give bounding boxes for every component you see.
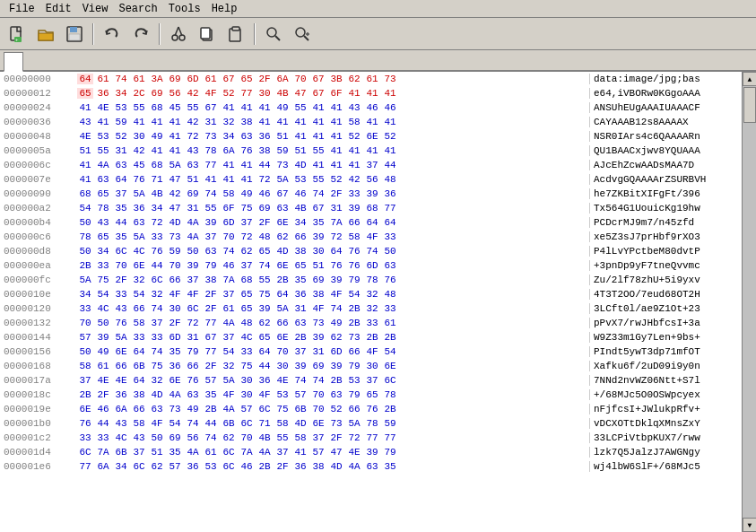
hex-byte[interactable]: 2B	[364, 332, 380, 343]
hex-byte[interactable]: 33	[95, 260, 111, 271]
hex-byte[interactable]: 66	[346, 346, 362, 357]
hex-byte[interactable]: 4E	[95, 102, 111, 113]
hex-byte[interactable]: 74	[203, 188, 219, 199]
hex-byte[interactable]: 42	[346, 174, 362, 185]
open-button[interactable]	[32, 22, 59, 47]
hex-byte[interactable]: 63	[185, 160, 201, 170]
hex-byte[interactable]: 66	[167, 275, 183, 285]
hex-byte[interactable]: 63	[328, 389, 344, 400]
menu-file[interactable]: File	[4, 1, 40, 17]
table-row[interactable]: 000000a254783536344731556F7569634B673139…	[0, 201, 742, 215]
hex-byte[interactable]: 57	[292, 389, 308, 400]
table-row[interactable]: 0000015650496E64743579775433647037316D66…	[0, 344, 742, 359]
hex-byte[interactable]: 55	[131, 102, 147, 113]
hex-byte[interactable]: 4A	[185, 231, 201, 242]
hex-byte[interactable]: 38	[310, 461, 326, 472]
hex-byte[interactable]: 6C	[221, 447, 237, 458]
hex-byte[interactable]: 4F	[203, 88, 219, 99]
hex-byte[interactable]: 51	[185, 174, 201, 185]
hex-byte[interactable]: 6D	[328, 346, 344, 357]
hex-byte[interactable]: 70	[239, 432, 255, 443]
hex-byte[interactable]: 63	[185, 389, 201, 400]
hex-byte[interactable]: 64	[131, 346, 147, 357]
menu-tools[interactable]: Tools	[163, 1, 206, 17]
hex-byte[interactable]: 65	[364, 389, 380, 400]
hex-byte[interactable]: 54	[221, 346, 237, 357]
hex-byte[interactable]: 50	[185, 246, 201, 257]
hex-byte[interactable]: 30	[274, 361, 291, 371]
hex-byte[interactable]: 32	[131, 275, 147, 285]
hex-byte[interactable]: 49	[328, 318, 344, 328]
hex-byte[interactable]: 37	[364, 160, 380, 170]
hex-byte[interactable]: 56	[167, 88, 183, 99]
hex-byte[interactable]: 77	[364, 432, 380, 443]
hex-byte[interactable]: 55	[274, 432, 291, 443]
hex-byte[interactable]: 4F	[364, 346, 380, 357]
hex-byte[interactable]: 4B	[149, 188, 165, 199]
hex-byte[interactable]: 75	[95, 275, 111, 285]
hex-byte[interactable]: 41	[149, 117, 165, 127]
menu-help[interactable]: Help	[206, 1, 243, 17]
hex-byte[interactable]: 52	[221, 88, 237, 99]
table-row[interactable]: 000000fc5A752F326C6637387A68552B35693979…	[0, 273, 742, 287]
hex-byte[interactable]: 62	[274, 231, 291, 242]
menu-view[interactable]: View	[77, 1, 114, 17]
hex-byte[interactable]: 77	[203, 346, 219, 357]
hex-byte[interactable]: 67	[203, 332, 219, 343]
hex-byte[interactable]: 64	[113, 174, 129, 185]
hex-byte[interactable]: 6E	[113, 346, 129, 357]
hex-byte[interactable]: 6B	[292, 404, 308, 414]
hex-byte[interactable]: 78	[77, 231, 93, 242]
hex-byte[interactable]: 69	[167, 432, 183, 443]
hex-byte[interactable]: 2F	[203, 289, 219, 300]
hex-byte[interactable]: 30	[131, 131, 147, 142]
hex-byte[interactable]: 63	[239, 131, 255, 142]
hex-byte[interactable]: 79	[346, 275, 362, 285]
hex-byte[interactable]: 41	[382, 88, 398, 99]
hex-byte[interactable]: 30	[310, 246, 326, 257]
hex-byte[interactable]: 54	[131, 289, 147, 300]
hex-byte[interactable]: 2B	[203, 404, 219, 414]
hex-byte[interactable]: 65	[292, 260, 308, 271]
hex-byte[interactable]: 4E	[274, 375, 291, 386]
hex-byte[interactable]: 41	[167, 145, 183, 156]
hex-byte[interactable]: 61	[221, 303, 237, 314]
hex-byte[interactable]: 53	[346, 375, 362, 386]
hex-byte[interactable]: 44	[95, 418, 111, 429]
hex-byte[interactable]: 43	[346, 102, 362, 113]
hex-byte[interactable]: 42	[131, 145, 147, 156]
hex-byte[interactable]: 2F	[167, 318, 183, 328]
hex-byte[interactable]: 72	[239, 231, 255, 242]
scroll-thumb[interactable]	[743, 87, 756, 123]
table-row[interactable]: 0000003643415941414142313238414141414158…	[0, 115, 742, 129]
table-row[interactable]: 00000024414E5355684555674141414955414143…	[0, 100, 742, 115]
hex-byte[interactable]: 6A	[113, 404, 129, 414]
hex-byte[interactable]: 6E	[131, 260, 147, 271]
new-button[interactable]: +	[4, 22, 30, 47]
hex-byte[interactable]: 55	[310, 174, 326, 185]
hex-byte[interactable]: 72	[328, 231, 344, 242]
hex-byte[interactable]: 4E	[77, 131, 93, 142]
hex-byte[interactable]: 76	[346, 246, 362, 257]
table-row[interactable]: 000000ea2B33706E447039794637746E65517676…	[0, 258, 742, 273]
hex-byte[interactable]: 68	[149, 102, 165, 113]
hex-byte[interactable]: 70	[310, 389, 326, 400]
hex-byte[interactable]: 74	[221, 246, 237, 257]
hex-byte[interactable]: 74	[203, 432, 219, 443]
hex-byte[interactable]: 53	[203, 461, 219, 472]
hex-byte[interactable]: 62	[256, 318, 273, 328]
hex-byte[interactable]: 36	[113, 389, 129, 400]
hex-byte[interactable]: 52	[328, 404, 344, 414]
hex-byte[interactable]: 44	[203, 418, 219, 429]
table-row[interactable]: 0000007e41636476714751414141725A53555242…	[0, 172, 742, 187]
hex-byte[interactable]: 79	[203, 260, 219, 271]
hex-byte[interactable]: 68	[364, 203, 380, 214]
hex-byte[interactable]: 77	[382, 203, 398, 214]
hex-byte[interactable]: 65	[239, 289, 255, 300]
hex-byte[interactable]: 59	[113, 117, 129, 127]
hex-byte[interactable]: 51	[149, 447, 165, 458]
hex-byte[interactable]: 66	[346, 404, 362, 414]
hex-byte[interactable]: 41	[95, 117, 111, 127]
table-row[interactable]: 000001b0764443584F5474446B6C71584D6E735A…	[0, 416, 742, 431]
hex-byte[interactable]: 37	[221, 332, 237, 343]
